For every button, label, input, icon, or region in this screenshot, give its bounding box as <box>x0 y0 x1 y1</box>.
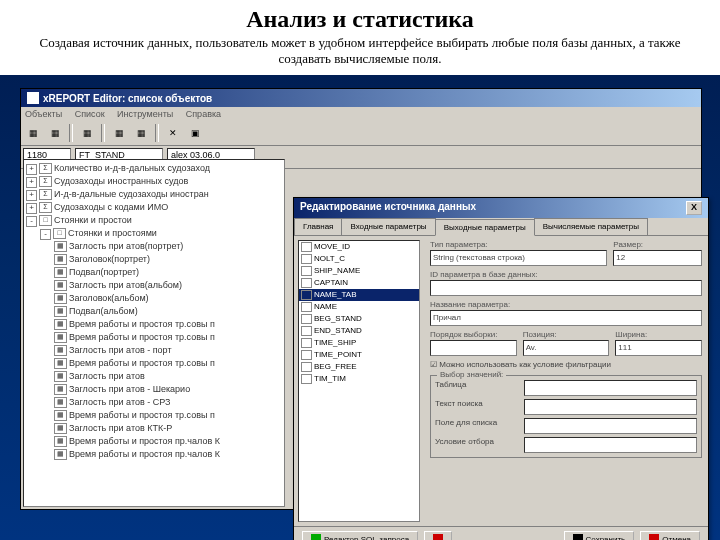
cond-label: Условие отбора <box>435 437 518 453</box>
table-label: Таблица <box>435 380 518 396</box>
tool-icon[interactable]: ▦ <box>77 123 97 143</box>
cancel-icon <box>649 534 659 540</box>
sql-label: Редактор SQL-запроса <box>324 535 409 541</box>
cancel-button[interactable]: Отмена <box>640 531 700 540</box>
tab-input[interactable]: Входные параметры <box>341 218 435 235</box>
tool-icon[interactable]: ▦ <box>131 123 151 143</box>
list-item[interactable]: MOVE_ID <box>299 241 419 253</box>
menu-list[interactable]: Список <box>75 109 105 119</box>
tree-item[interactable]: +ΣИ-д-в-дальные судозаходы иностран <box>26 188 282 201</box>
tree-item[interactable]: ▦Заглость при атов - Шекарио <box>26 383 282 396</box>
tree-item[interactable]: -□Стоянки и простои <box>26 214 282 227</box>
filter-checkbox[interactable]: ☑ Можно использовать как условие фильтра… <box>430 360 702 369</box>
tree-item[interactable]: ▦Время работы и простоя пр.чалов К <box>26 435 282 448</box>
tree-item[interactable]: ▦Время работы и простоя тр.совы п <box>26 331 282 344</box>
list-input[interactable] <box>524 418 697 434</box>
tree-item[interactable]: ▦Заглость при атов <box>26 370 282 383</box>
tree-item[interactable]: ▦Заголовок(альбом) <box>26 292 282 305</box>
tool-icon[interactable]: ▦ <box>109 123 129 143</box>
tool-icon[interactable]: ▦ <box>45 123 65 143</box>
main-window: xREPORT Editor: список объектов Объекты … <box>20 88 702 510</box>
tree-item[interactable]: ▦Заголовок(портрет) <box>26 253 282 266</box>
tree-item[interactable]: +ΣКоличество и-д-в-дальных судозаход <box>26 162 282 175</box>
group-title: Выбор значений: <box>437 370 506 379</box>
dialog-buttons: Редактор SQL-запроса Сохранить Отмена <box>294 526 708 540</box>
edit-dialog: Редактирование источника данных X Главна… <box>293 197 709 540</box>
list-item[interactable]: NAME_TAB <box>299 289 419 301</box>
tree-item[interactable]: ▦Заглость при атов(альбом) <box>26 279 282 292</box>
table-input[interactable] <box>524 380 697 396</box>
list-item[interactable]: END_STAND <box>299 325 419 337</box>
tab-calc[interactable]: Вычисляемые параметры <box>534 218 648 235</box>
tree-item[interactable]: +ΣСудозаходы с кодами ИМО <box>26 201 282 214</box>
tree-item[interactable]: -□Стоянки и простоями <box>26 227 282 240</box>
list-item[interactable]: SHIP_NAME <box>299 265 419 277</box>
list-label: Поле для списка <box>435 418 518 434</box>
type-input[interactable]: String (текстовая строка) <box>430 250 607 266</box>
tree-item[interactable]: +ΣСудозаходы иностранных судов <box>26 175 282 188</box>
filter-label: Можно использовать как условие фильтраци… <box>439 360 611 369</box>
save-icon <box>573 534 583 540</box>
tree-item[interactable]: ▦Время работы и простоя тр.совы п <box>26 318 282 331</box>
list-item[interactable]: NOLT_C <box>299 253 419 265</box>
save-button[interactable]: Сохранить <box>564 531 635 540</box>
save-label: Сохранить <box>586 535 626 541</box>
tab-output[interactable]: Выходные параметры <box>435 219 535 236</box>
tab-main[interactable]: Главная <box>294 218 342 235</box>
separator <box>101 124 105 142</box>
name-label: Название параметра: <box>430 300 702 309</box>
list-item[interactable]: BEG_FREE <box>299 361 419 373</box>
tree-item[interactable]: ▦Заглость при атов - порт <box>26 344 282 357</box>
app-icon <box>27 92 39 104</box>
sql-icon <box>311 534 321 540</box>
type-label: Тип параметра: <box>430 240 607 249</box>
pos-input[interactable]: Av. <box>523 340 610 356</box>
sql-editor-button[interactable]: Редактор SQL-запроса <box>302 531 418 540</box>
tree-panel[interactable]: +ΣКоличество и-д-в-дальных судозаход+ΣСу… <box>23 159 285 507</box>
pos-label: Позиция: <box>523 330 610 339</box>
size-input[interactable]: 12 <box>613 250 702 266</box>
cond-input[interactable] <box>524 437 697 453</box>
dialog-title: Редактирование источника данных <box>300 201 476 215</box>
slide-title: Анализ и статистика <box>0 0 720 35</box>
tool-icon[interactable]: ✕ <box>163 123 183 143</box>
field-list[interactable]: MOVE_IDNOLT_CSHIP_NAMECAPTAINNAME_TABNAM… <box>298 240 420 522</box>
form-panel: Тип параметра: String (текстовая строка)… <box>424 236 708 526</box>
list-item[interactable]: CAPTAIN <box>299 277 419 289</box>
width-label: Ширина: <box>615 330 702 339</box>
tree-item[interactable]: ▦Время работы и простоя тр.совы п <box>26 409 282 422</box>
menu-objects[interactable]: Объекты <box>25 109 62 119</box>
id-input[interactable] <box>430 280 702 296</box>
tool-icon[interactable]: ▣ <box>185 123 205 143</box>
dialog-titlebar[interactable]: Редактирование источника данных X <box>294 198 708 218</box>
values-group: Выбор значений: Таблица Текст поиска Пол… <box>430 375 702 458</box>
width-input[interactable]: 111 <box>615 340 702 356</box>
cancel-label: Отмена <box>662 535 691 541</box>
tree-item[interactable]: ▦Заглость при атов(портрет) <box>26 240 282 253</box>
list-item[interactable]: TIME_SHIP <box>299 337 419 349</box>
menu-help[interactable]: Справка <box>186 109 221 119</box>
tree-item[interactable]: ▦Время работы и простоя пр.чалов К <box>26 448 282 461</box>
menu-tools[interactable]: Инструменты <box>117 109 173 119</box>
slide-subtitle: Создавая источник данных, пользователь м… <box>0 35 720 75</box>
list-item[interactable]: TIME_POINT <box>299 349 419 361</box>
text-input[interactable] <box>524 399 697 415</box>
size-label: Размер: <box>613 240 702 249</box>
toolbar: ▦ ▦ ▦ ▦ ▦ ✕ ▣ <box>21 121 701 146</box>
delete-button[interactable] <box>424 531 452 540</box>
list-item[interactable]: BEG_STAND <box>299 313 419 325</box>
tree-item[interactable]: ▦Заглость при атов - СРЗ <box>26 396 282 409</box>
list-item[interactable]: NAME <box>299 301 419 313</box>
list-item[interactable]: TIM_TIM <box>299 373 419 385</box>
tree-item[interactable]: ▦Время работы и простоя тр.совы п <box>26 357 282 370</box>
tree-item[interactable]: ▦Заглость при атов КТК-Р <box>26 422 282 435</box>
id-label: ID параметра в базе данных: <box>430 270 702 279</box>
close-icon[interactable]: X <box>686 201 702 215</box>
tree-item[interactable]: ▦Подвал(портрет) <box>26 266 282 279</box>
tool-icon[interactable]: ▦ <box>23 123 43 143</box>
order-input[interactable] <box>430 340 517 356</box>
menu-bar[interactable]: Объекты Список Инструменты Справка <box>21 107 701 121</box>
name-input[interactable]: Причал <box>430 310 702 326</box>
window-titlebar[interactable]: xREPORT Editor: список объектов <box>21 89 701 107</box>
tree-item[interactable]: ▦Подвал(альбом) <box>26 305 282 318</box>
